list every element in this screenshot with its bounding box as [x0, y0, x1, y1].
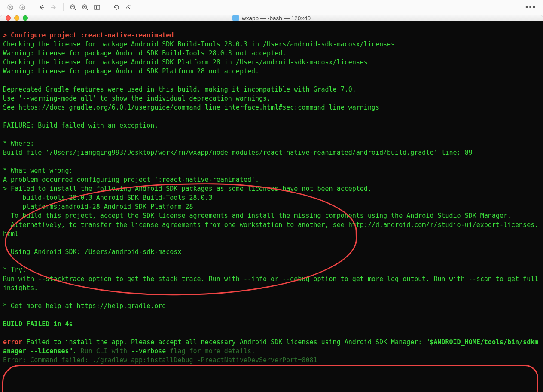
output-line: * What went wrong:: [3, 167, 73, 175]
rotate-icon[interactable]: [110, 1, 122, 13]
output-line: To build this project, accept the SDK li…: [3, 212, 511, 220]
zoom-out-icon[interactable]: [67, 1, 79, 13]
toolbar-separator: [63, 3, 64, 11]
app-toolbar: •••: [0, 0, 543, 15]
dim-text: Run CLI with: [77, 347, 131, 355]
error-text: ".: [69, 347, 77, 355]
output-line: Build file '/Users/jiangqing993/Desktop/…: [3, 149, 473, 156]
output-line: Run with --stacktrace option to get the …: [3, 275, 542, 292]
output-line: Deprecated Gradle features were used in …: [3, 86, 356, 93]
sparkle-icon[interactable]: [122, 1, 134, 13]
output-line: > Failed to install the following Androi…: [3, 185, 372, 193]
error-text: Failed to install the app. Please accept…: [22, 338, 430, 346]
new-tab-icon[interactable]: [16, 1, 28, 13]
maximize-window-icon[interactable]: [23, 15, 28, 21]
error-label: error: [3, 338, 22, 346]
output-line: * Get more help at https://help.gradle.o…: [3, 302, 166, 310]
titlebar: wxapp — -bash — 120×40: [0, 15, 543, 21]
folder-icon: [232, 15, 239, 21]
toolbar-separator: [138, 3, 138, 11]
output-line: Use '--warning-mode all' to show the ind…: [3, 95, 271, 102]
zoom-in-icon[interactable]: [79, 1, 91, 13]
forward-icon[interactable]: [48, 1, 60, 13]
output-line: Warning: License for package Android SDK…: [3, 67, 259, 75]
svg-rect-5: [96, 6, 97, 9]
minimize-window-icon[interactable]: [14, 15, 19, 21]
output-line: Checking the license for package Android…: [3, 40, 395, 48]
toolbar-separator: [32, 3, 32, 11]
output-line: build-tools;28.0.3 Android SDK Build-Too…: [3, 194, 213, 202]
output-line: A problem occurred configuring project '…: [3, 176, 259, 184]
output-line: Using Android SDK: /Users/android-sdk-ma…: [3, 248, 181, 256]
output-line: * Try:: [3, 266, 26, 274]
window-title-text: wxapp — -bash — 120×40: [242, 15, 311, 21]
close-tab-icon[interactable]: [4, 1, 16, 13]
output-line: FAILURE: Build failed with an exception.: [3, 122, 158, 129]
terminal-body[interactable]: > Configure project :react-native-reanim…: [0, 21, 543, 392]
close-window-icon[interactable]: [6, 15, 11, 21]
verbose-flag: --verbose: [131, 347, 166, 355]
terminal-window: wxapp — -bash — 120×40 > Configure proje…: [0, 15, 543, 392]
output-line: platforms;android-28 Android SDK Platfor…: [3, 203, 193, 211]
dim-error-line: Error: Command failed: ./gradlew app:ins…: [3, 356, 317, 364]
annotation-circle-2: [2, 365, 538, 392]
output-line: Alternatively, to transfer the license a…: [3, 221, 538, 238]
output-line: * Where:: [3, 140, 34, 147]
build-failed-line: BUILD FAILED in 4s: [3, 320, 73, 328]
back-icon[interactable]: [36, 1, 48, 13]
window-title: wxapp — -bash — 120×40: [232, 15, 311, 21]
more-icon[interactable]: •••: [525, 3, 539, 12]
configure-line: > Configure project :react-native-reanim…: [3, 31, 174, 39]
dim-text: flag for more details.: [166, 347, 255, 355]
output-line: Checking the license for package Android…: [3, 58, 368, 66]
traffic-lights: [0, 15, 28, 21]
toolbar-separator: [107, 3, 107, 11]
output-line: Warning: License for package Android SDK…: [3, 49, 286, 57]
fit-icon[interactable]: [91, 1, 103, 13]
output-line: See https://docs.gradle.org/6.0.1/usergu…: [3, 104, 379, 111]
